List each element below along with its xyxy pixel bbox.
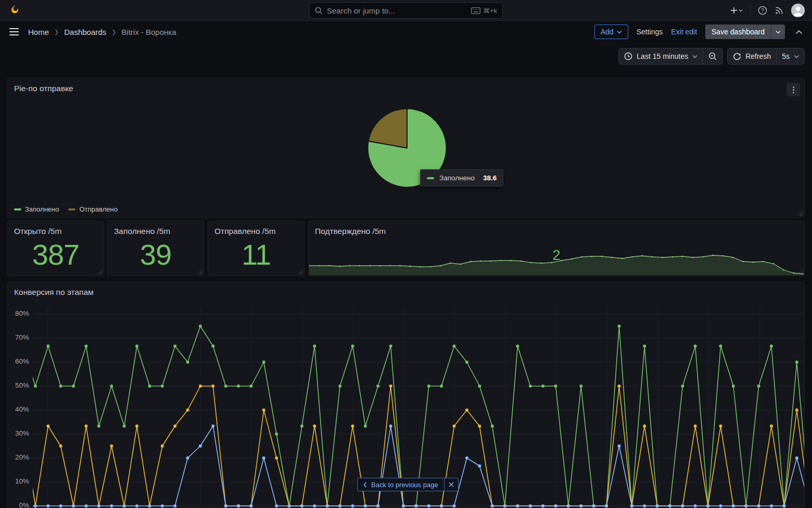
toolbar-actions: Add Settings Exit edit Save dashboard (594, 24, 805, 39)
back-button[interactable]: Back to previous page (358, 478, 444, 491)
stat-title: Заполнено /5m (108, 221, 204, 236)
panel-menu-kebab-icon[interactable] (786, 83, 800, 96)
refresh-icon (733, 52, 741, 60)
search-icon (315, 7, 323, 15)
help-icon[interactable]: ? (758, 6, 767, 15)
timeseries-chart[interactable] (8, 293, 805, 508)
back-button-label: Back to previous page (371, 481, 438, 489)
legend-label: Заполнено (25, 205, 59, 213)
grafana-flame-icon (7, 4, 21, 17)
breadcrumb: Home ❯ Dashboards ❯ Bitrix - Воронка (28, 28, 176, 36)
panel-pie: Pie-по отправке Заполнено 38.6 Заполнено… (7, 78, 805, 218)
panel-stat-opened: Открыто /5m 387 (7, 221, 104, 276)
clock-icon (624, 52, 632, 60)
keyboard-shortcut: ⌘+k (471, 7, 497, 15)
search-placeholder: Search or jump to... (327, 6, 467, 15)
refresh-button[interactable]: Refresh (728, 48, 776, 64)
panel-title: Конверсия по этапам (14, 288, 94, 297)
stat-value: 2 (309, 247, 804, 264)
grafana-app: Search or jump to... ⌘+k (0, 0, 812, 508)
legend-swatch (68, 208, 75, 210)
time-controls-row: Last 15 minutes Refresh 5s (0, 43, 812, 70)
panel-title: Pie-по отправке (14, 84, 73, 93)
grafana-logo[interactable] (7, 4, 21, 17)
pie-legend: ЗаполненоОтправлено (14, 205, 118, 213)
search-input[interactable]: Search or jump to... ⌘+k (309, 2, 503, 19)
save-dashboard-dropdown[interactable] (771, 24, 785, 39)
y-axis-tick: 20% (8, 453, 29, 461)
topbar-divider (750, 6, 751, 15)
chevron-down-icon (617, 30, 622, 34)
avatar[interactable] (791, 4, 805, 17)
stat-value: 387 (8, 236, 104, 276)
pie-chart[interactable] (8, 79, 805, 218)
tooltip-series-value: 38.6 (483, 174, 497, 182)
stat-value: 39 (108, 236, 204, 276)
y-axis-tick: 80% (8, 309, 29, 317)
time-range-label: Last 15 minutes (637, 52, 688, 60)
toast-close-icon[interactable] (444, 478, 458, 491)
refresh-interval-label: 5s (782, 52, 790, 60)
menu-toggle-icon[interactable] (7, 26, 21, 38)
exit-edit-button[interactable]: Exit edit (671, 28, 697, 36)
keyboard-icon (471, 7, 480, 14)
time-range-picker[interactable]: Last 15 minutes (619, 48, 703, 64)
add-button-label: Add (601, 28, 614, 36)
chevron-down-icon (692, 55, 697, 58)
panel-stat-confirmed: Подтверждено /5m 2 (308, 221, 805, 276)
chevron-right-icon: ❯ (111, 29, 116, 35)
y-axis-tick: 70% (8, 333, 29, 341)
stat-value: 11 (208, 236, 304, 276)
y-axis-tick: 50% (8, 381, 29, 389)
y-axis-labels: 80%70%60%50%40%30%20%10%0% (8, 293, 29, 508)
collapse-chevron-up-icon[interactable] (793, 28, 805, 36)
pie-tooltip: Заполнено 38.6 (420, 169, 503, 187)
zoom-out-button[interactable] (703, 48, 722, 64)
tooltip-series-label: Заполнено (439, 174, 475, 182)
breadcrumb-home[interactable]: Home (28, 28, 49, 36)
save-dashboard-button[interactable]: Save dashboard (705, 24, 785, 39)
panel-conversion-timeseries: Конверсия по этапам 80%70%60%50%40%30%20… (7, 282, 805, 508)
tooltip-series-swatch (427, 177, 434, 179)
refresh-group: Refresh 5s (727, 48, 805, 65)
panel-title: Подтверждено /5m (315, 227, 386, 236)
legend-item[interactable]: Заполнено (14, 205, 59, 213)
chevron-left-icon (363, 482, 367, 488)
shortcut-label: ⌘+k (483, 7, 497, 15)
y-axis-tick: 0% (8, 501, 29, 508)
panel-stat-sent: Отправлено /5m 11 (208, 221, 304, 276)
news-icon[interactable] (775, 6, 784, 15)
top-actions: ? (730, 4, 805, 17)
y-axis-tick: 30% (8, 429, 29, 437)
add-button[interactable]: Add (594, 24, 628, 39)
time-range-group: Last 15 minutes (618, 48, 723, 65)
back-to-previous-toast: Back to previous page (357, 478, 459, 491)
zoom-out-icon (708, 52, 717, 61)
breadcrumb-current: Bitrix - Воронка (121, 28, 176, 36)
refresh-interval-picker[interactable]: 5s (776, 48, 804, 64)
panel-stat-filled: Заполнено /5m 39 (107, 221, 204, 276)
top-navbar: Search or jump to... ⌘+k (0, 0, 812, 21)
chevron-down-icon (794, 55, 799, 58)
y-axis-tick: 60% (8, 357, 29, 365)
chevron-down-icon (776, 30, 781, 34)
y-axis-tick: 10% (8, 477, 29, 485)
refresh-label: Refresh (745, 52, 771, 60)
legend-swatch (14, 208, 21, 210)
breadcrumb-toolbar-row: Home ❯ Dashboards ❯ Bitrix - Воронка Add… (0, 21, 812, 43)
stat-title: Отправлено /5m (208, 221, 304, 236)
stat-title: Открыто /5m (8, 221, 104, 236)
svg-text:?: ? (761, 7, 764, 13)
legend-item[interactable]: Отправлено (68, 205, 117, 213)
save-dashboard-label: Save dashboard (705, 24, 771, 39)
settings-button[interactable]: Settings (637, 28, 663, 36)
add-new-button[interactable] (730, 6, 743, 15)
legend-label: Отправлено (79, 205, 117, 213)
y-axis-tick: 40% (8, 405, 29, 413)
breadcrumb-dashboards[interactable]: Dashboards (64, 28, 106, 36)
chevron-right-icon: ❯ (54, 29, 59, 35)
